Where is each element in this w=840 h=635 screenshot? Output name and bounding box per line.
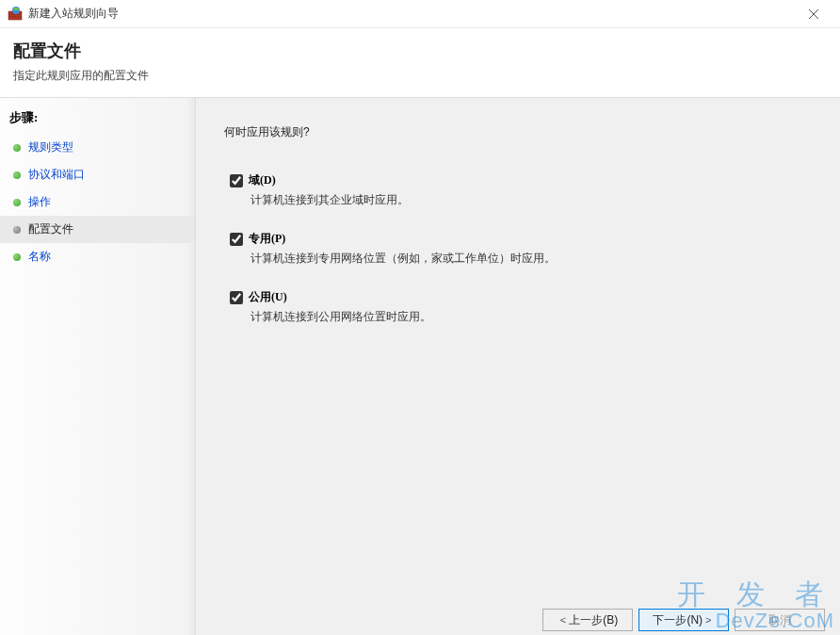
cancel-button[interactable]: 取消: [735, 609, 825, 631]
window-title: 新建入站规则向导: [28, 6, 795, 22]
next-button-label: 下一步(N): [653, 612, 703, 628]
step-protocol-ports[interactable]: 协议和端口: [0, 161, 195, 188]
option-private: 专用(P) 计算机连接到专用网络位置（例如，家或工作单位）时应用。: [224, 231, 812, 267]
checkbox-domain[interactable]: [230, 174, 243, 187]
wizard-body: 步骤: 规则类型 协议和端口 操作 配置文件 名称 何时应用该规则? 域(D): [0, 98, 840, 635]
step-profile[interactable]: 配置文件: [0, 216, 195, 243]
cancel-button-label: 取消: [768, 612, 791, 628]
option-desc: 计算机连接到专用网络位置（例如，家或工作单位）时应用。: [250, 251, 812, 267]
close-button[interactable]: [795, 1, 832, 27]
content-prompt: 何时应用该规则?: [224, 124, 812, 140]
step-action[interactable]: 操作: [0, 188, 195, 216]
wizard-header: 配置文件 指定此规则应用的配置文件: [0, 28, 840, 98]
option-domain: 域(D) 计算机连接到其企业域时应用。: [224, 172, 812, 208]
option-label: 专用(P): [249, 231, 285, 247]
bullet-icon: [13, 226, 21, 234]
back-button-label: 上一步(B): [569, 612, 618, 628]
step-label: 操作: [28, 194, 51, 210]
step-label: 配置文件: [28, 221, 73, 237]
bullet-icon: [13, 171, 21, 179]
wizard-content: 何时应用该规则? 域(D) 计算机连接到其企业域时应用。 专用(P) 计算机连接…: [196, 98, 840, 635]
bullet-icon: [13, 199, 21, 206]
step-rule-type[interactable]: 规则类型: [0, 134, 195, 161]
bullet-icon: [13, 144, 21, 152]
page-subtitle: 指定此规则应用的配置文件: [13, 68, 827, 84]
checkbox-private[interactable]: [230, 233, 243, 246]
steps-heading: 步骤:: [0, 106, 195, 134]
option-label: 域(D): [249, 172, 276, 188]
close-icon: [809, 9, 818, 19]
page-title: 配置文件: [13, 40, 827, 62]
step-label: 规则类型: [28, 139, 73, 155]
checkbox-public[interactable]: [230, 291, 243, 304]
option-label: 公用(U): [249, 289, 287, 305]
option-desc: 计算机连接到公用网络位置时应用。: [250, 309, 812, 325]
wizard-footer: < 上一步(B) 下一步(N) > 取消: [542, 609, 825, 631]
firewall-icon: [8, 7, 23, 22]
back-button[interactable]: < 上一步(B): [542, 609, 633, 631]
option-public: 公用(U) 计算机连接到公用网络位置时应用。: [224, 289, 812, 325]
bullet-icon: [13, 253, 21, 261]
chevron-left-icon: <: [560, 614, 566, 626]
steps-sidebar: 步骤: 规则类型 协议和端口 操作 配置文件 名称: [0, 98, 196, 635]
option-desc: 计算机连接到其企业域时应用。: [250, 192, 812, 208]
step-name[interactable]: 名称: [0, 243, 195, 270]
chevron-right-icon: >: [705, 614, 711, 626]
next-button[interactable]: 下一步(N) >: [638, 609, 729, 631]
step-label: 名称: [28, 249, 51, 265]
titlebar: 新建入站规则向导: [0, 0, 840, 28]
step-label: 协议和端口: [28, 167, 85, 183]
